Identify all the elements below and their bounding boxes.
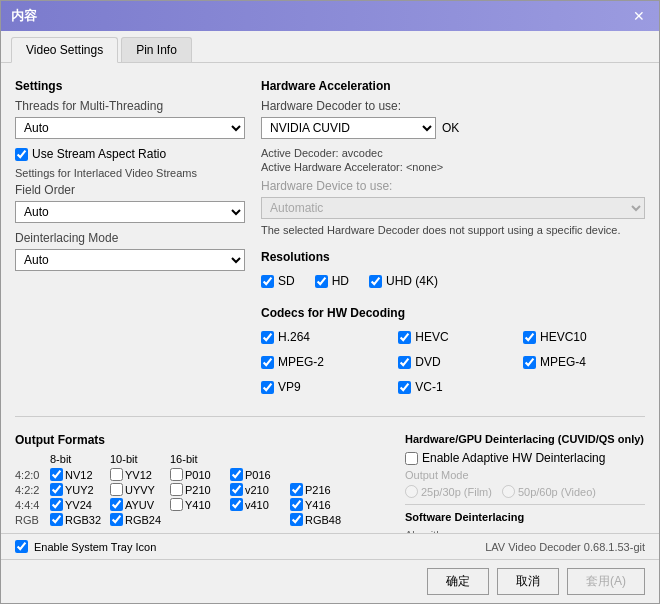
codec-hevc-checkbox[interactable] — [398, 331, 411, 344]
codec-hevc: HEVC — [398, 330, 507, 344]
main-content: Settings Threads for Multi-Threading Aut… — [1, 63, 659, 533]
button-bar: 确定 取消 套用(A) — [1, 559, 659, 603]
resolutions-section: Resolutions SD HD — [261, 244, 438, 292]
p210-checkbox[interactable] — [170, 483, 183, 496]
p216-checkbox[interactable] — [290, 483, 303, 496]
ok-button[interactable]: 确定 — [427, 568, 489, 595]
hw-divider — [405, 504, 645, 505]
enable-hw-deint-label: Enable Adaptive HW Deinterlacing — [422, 451, 605, 465]
format-row-rgb: RGB RGB32 RGB24 RGB48 — [15, 513, 389, 526]
active-hw-row: Active Hardware Accelerator: <none> — [261, 161, 645, 173]
ok-label: OK — [442, 121, 459, 135]
hw-film-label: 25p/30p (Film) — [421, 486, 492, 498]
sw-deint-title: Software Deinterlacing — [405, 511, 645, 523]
uyvy-checkbox[interactable] — [110, 483, 123, 496]
formats-left: Output Formats 8-bit 10-bit 16-bit 4:2:0 — [15, 427, 389, 533]
cancel-button[interactable]: 取消 — [497, 568, 559, 595]
tab-pin-info[interactable]: Pin Info — [121, 37, 192, 62]
codec-vc1-label: VC-1 — [415, 380, 442, 394]
aspect-ratio-row: Use Stream Aspect Ratio — [15, 147, 245, 161]
rgb32-checkbox[interactable] — [50, 513, 63, 526]
field-order-group: Field Order Auto — [15, 183, 245, 223]
ayuv-checkbox[interactable] — [110, 498, 123, 511]
aspect-ratio-label: Use Stream Aspect Ratio — [32, 147, 166, 161]
y410-checkbox[interactable] — [170, 498, 183, 511]
codec-vp9-label: VP9 — [278, 380, 301, 394]
enable-hw-deint-checkbox[interactable] — [405, 452, 418, 465]
res-sd-checkbox[interactable] — [261, 275, 274, 288]
codec-dvd: DVD — [398, 355, 507, 369]
res-codecs-row: Resolutions SD HD — [261, 244, 645, 300]
codec-vc1-checkbox[interactable] — [398, 381, 411, 394]
tab-video-settings[interactable]: Video Settings — [11, 37, 118, 63]
deinterlacing-group: Deinterlacing Mode Auto — [15, 231, 245, 271]
enable-hw-deint-row: Enable Adaptive HW Deinterlacing — [405, 451, 645, 465]
codec-mpeg4-label: MPEG-4 — [540, 355, 586, 369]
rgb48-checkbox[interactable] — [290, 513, 303, 526]
v210-checkbox[interactable] — [230, 483, 243, 496]
codec-hevc10-label: HEVC10 — [540, 330, 587, 344]
res-uhd-checkbox[interactable] — [369, 275, 382, 288]
divider-1 — [15, 416, 645, 417]
col-16bit-header: 16-bit — [170, 453, 230, 465]
codec-h264-label: H.264 — [278, 330, 310, 344]
close-button[interactable]: ✕ — [629, 6, 649, 26]
codec-vp9-checkbox[interactable] — [261, 381, 274, 394]
codec-vc1: VC-1 — [398, 380, 507, 394]
window-title: 内容 — [11, 7, 37, 25]
deinterlacing-select[interactable]: Auto — [15, 249, 245, 271]
version-label: LAV Video Decoder 0.68.1.53-git — [485, 541, 645, 553]
threads-group: Threads for Multi-Threading Auto — [15, 99, 245, 139]
yuy2-checkbox[interactable] — [50, 483, 63, 496]
active-decoder-row: Active Decoder: avcodec — [261, 147, 645, 159]
threads-select[interactable]: Auto — [15, 117, 245, 139]
codec-grid: H.264 HEVC HEVC10 MPEG-2 — [261, 326, 645, 398]
hw-film-radio-item: 25p/30p (Film) — [405, 485, 492, 498]
warn-text: The selected Hardware Decoder does not s… — [261, 223, 645, 238]
codec-mpeg2: MPEG-2 — [261, 355, 382, 369]
codec-mpeg2-checkbox[interactable] — [261, 356, 274, 369]
codec-mpeg4-checkbox[interactable] — [523, 356, 536, 369]
apply-button[interactable]: 套用(A) — [567, 568, 645, 595]
aspect-ratio-checkbox[interactable] — [15, 148, 28, 161]
field-order-select[interactable]: Auto — [15, 201, 245, 223]
codec-mpeg4: MPEG-4 — [523, 355, 645, 369]
yv12-checkbox[interactable] — [110, 468, 123, 481]
codec-hevc10-checkbox[interactable] — [523, 331, 536, 344]
codec-hevc-label: HEVC — [415, 330, 448, 344]
left-panel: Settings Threads for Multi-Threading Aut… — [15, 73, 245, 406]
v410-checkbox[interactable] — [230, 498, 243, 511]
rgb24-checkbox[interactable] — [110, 513, 123, 526]
p010-checkbox[interactable] — [170, 468, 183, 481]
codec-hevc10: HEVC10 — [523, 330, 645, 344]
format-row-422: 4:2:2 YUY2 UYVY P210 — [15, 483, 389, 496]
hw-film-radio — [405, 485, 418, 498]
yv24-checkbox[interactable] — [50, 498, 63, 511]
p016-checkbox[interactable] — [230, 468, 243, 481]
threads-label: Threads for Multi-Threading — [15, 99, 245, 113]
col-8bit-header: 8-bit — [50, 453, 110, 465]
codec-dvd-checkbox[interactable] — [398, 356, 411, 369]
res-row: SD HD UHD (4K) — [261, 270, 438, 292]
hw-device-label: Hardware Device to use: — [261, 179, 645, 193]
settings-title: Settings — [15, 79, 245, 93]
interlaced-label: Settings for Interlaced Video Streams — [15, 167, 245, 179]
system-tray-label: Enable System Tray Icon — [34, 541, 156, 553]
res-hd-checkbox[interactable] — [315, 275, 328, 288]
y416-checkbox[interactable] — [290, 498, 303, 511]
hw-decoder-inline: NVIDIA CUVID OK — [261, 117, 645, 139]
hw-decoder-label: Hardware Decoder to use: — [261, 99, 645, 113]
codec-h264-checkbox[interactable] — [261, 331, 274, 344]
field-order-label: Field Order — [15, 183, 245, 197]
hw-decoder-select[interactable]: NVIDIA CUVID — [261, 117, 436, 139]
hw-decoder-group: Hardware Decoder to use: NVIDIA CUVID OK — [261, 99, 645, 139]
output-mode-label: Output Mode — [405, 469, 645, 481]
system-tray-checkbox[interactable] — [15, 540, 28, 553]
format-row-420: 4:2:0 NV12 YV12 P010 — [15, 468, 389, 481]
res-uhd: UHD (4K) — [369, 274, 438, 288]
nv12-checkbox[interactable] — [50, 468, 63, 481]
hw-device-group: Hardware Device to use: Automatic — [261, 179, 645, 219]
hw-accel-title: Hardware Acceleration — [261, 79, 645, 93]
footer: Enable System Tray Icon LAV Video Decode… — [1, 533, 659, 559]
res-hd: HD — [315, 274, 349, 288]
